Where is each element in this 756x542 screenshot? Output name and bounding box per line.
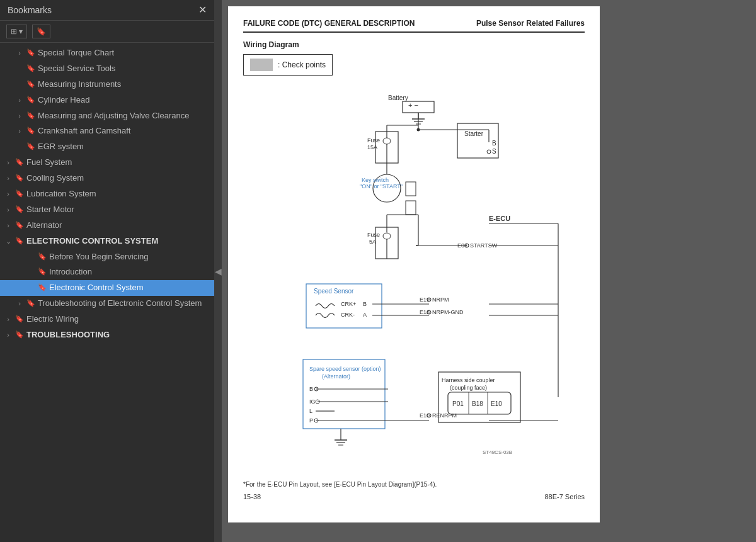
pdf-header-right: Pulse Sensor Related Failures	[476, 19, 585, 28]
sidebar-item-electric-wiring[interactable]: ›🔖Electric Wiring	[0, 312, 214, 327]
pdf-series: 88E-7 Series	[544, 493, 585, 500]
svg-text:15A: 15A	[367, 144, 377, 150]
close-button[interactable]: ✕	[198, 5, 207, 15]
collapse-handle[interactable]: ◀	[214, 0, 222, 542]
svg-text:RENRPM: RENRPM	[432, 412, 457, 419]
sidebar-item-special-torque-chart[interactable]: ›🔖Special Torque Chart	[0, 45, 214, 61]
expand-icon-lubrication-system[interactable]: ›	[3, 189, 14, 198]
sidebar-item-cooling-system[interactable]: ›🔖Cooling System	[0, 171, 214, 186]
svg-text:B: B	[363, 301, 367, 307]
bookmark-icon-alternator: 🔖	[14, 220, 25, 229]
svg-rect-29	[406, 182, 416, 196]
collapse-icon: ◀	[215, 266, 222, 276]
sidebar-item-special-service-tools[interactable]: 🔖Special Service Tools	[0, 61, 214, 77]
sidebar-item-label-special-torque-chart: Special Torque Chart	[37, 48, 209, 59]
sidebar-item-troubleshooting[interactable]: ›🔖TROUBLESHOOTING	[0, 327, 214, 343]
bookmark-icon-cooling-system: 🔖	[14, 173, 25, 182]
sidebar-item-troubleshooting-ecs[interactable]: ›🔖Troubleshooting of Electronic Control …	[0, 296, 214, 312]
sidebar-toolbar: ⊞ ▾ 🔖	[0, 21, 214, 43]
expand-icon-measuring-instruments	[14, 79, 25, 80]
sidebar-item-fuel-system[interactable]: ›🔖Fuel System	[0, 155, 214, 171]
sidebar-item-introduction[interactable]: 🔖Introduction	[0, 264, 214, 280]
bookmark-icon-electric-wiring: 🔖	[14, 314, 25, 323]
sidebar-item-before-you-begin[interactable]: 🔖Before You Begin Servicing	[0, 249, 214, 265]
sidebar-tree: ›🔖Special Torque Chart🔖Special Service T…	[0, 43, 214, 542]
bookmark-icon-cylinder-head: 🔖	[25, 95, 37, 104]
expand-icon-before-you-begin	[25, 252, 37, 252]
sidebar-item-label-cooling-system: Cooling System	[25, 173, 209, 184]
bookmark-icon-troubleshooting-ecs: 🔖	[25, 298, 37, 307]
expand-icon-alternator[interactable]: ›	[3, 220, 14, 230]
sidebar-item-measuring-adjusting[interactable]: ›🔖Measuring and Adjusting Valve Clearanc…	[0, 108, 214, 124]
expand-icon-troubleshooting[interactable]: ›	[3, 330, 14, 339]
svg-rect-30	[406, 201, 416, 215]
pdf-page-number: 15-38	[243, 493, 261, 500]
svg-text:+  −: + −	[408, 101, 418, 109]
sidebar: Bookmarks ✕ ⊞ ▾ 🔖 ›🔖Special Torque Chart…	[0, 0, 214, 542]
svg-text:Speed Sensor: Speed Sensor	[314, 288, 354, 295]
svg-text:Spare speed sensor (option): Spare speed sensor (option)	[309, 366, 381, 372]
toolbar-btn-2[interactable]: 🔖	[32, 25, 50, 38]
sidebar-item-label-alternator: Alternator	[25, 220, 209, 231]
sidebar-item-label-cylinder-head: Cylinder Head	[37, 95, 209, 106]
svg-text:P: P	[309, 417, 313, 424]
sidebar-item-alternator[interactable]: ›🔖Alternator	[0, 218, 214, 234]
expand-icon-cylinder-head[interactable]: ›	[14, 95, 25, 104]
bookmark-icon-electronic-control-system-group: 🔖	[14, 236, 25, 245]
svg-text:B: B	[309, 386, 313, 392]
sidebar-item-label-troubleshooting-ecs: Troubleshooting of Electronic Control Sy…	[37, 298, 209, 309]
expand-icon-measuring-adjusting[interactable]: ›	[14, 111, 25, 120]
sidebar-item-label-starter-motor: Starter Motor	[25, 205, 209, 215]
sidebar-item-measuring-instruments[interactable]: 🔖Measuring Instruments	[0, 77, 214, 93]
expand-icon-electric-wiring[interactable]: ›	[3, 314, 14, 324]
svg-text:L: L	[309, 408, 312, 414]
svg-text:Fuse: Fuse	[367, 232, 380, 238]
bookmark-icon-starter-motor: 🔖	[14, 205, 25, 213]
svg-text:Key switch: Key switch	[362, 177, 389, 183]
sidebar-item-label-electronic-control-system: Electronic Control System	[48, 283, 209, 293]
sidebar-item-label-crankshaft-camshaft: Crankshaft and Camshaft	[37, 126, 209, 137]
legend-gray-box	[250, 59, 273, 71]
svg-text:E-ECU: E-ECU	[489, 215, 510, 222]
expand-icon-fuel-system[interactable]: ›	[3, 157, 14, 167]
bookmark-icon-measuring-instruments: 🔖	[25, 79, 37, 88]
sidebar-item-lubrication-system[interactable]: ›🔖Lubrication System	[0, 186, 214, 202]
svg-text:ST48CS-03B: ST48CS-03B	[483, 449, 512, 455]
expand-icon-crankshaft-camshaft[interactable]: ›	[14, 126, 25, 135]
expand-icon-egr-system	[14, 142, 25, 142]
sidebar-item-label-measuring-instruments: Measuring Instruments	[37, 79, 209, 90]
sidebar-item-egr-system[interactable]: 🔖EGR system	[0, 139, 214, 155]
svg-text:B18: B18	[472, 400, 483, 407]
expand-icon-introduction	[25, 267, 37, 268]
sidebar-item-label-electronic-control-system-group: ELECTRONIC CONTROL SYSTEM	[25, 236, 209, 247]
svg-text:NRPM-GND: NRPM-GND	[432, 309, 464, 315]
bookmark-icon-troubleshooting: 🔖	[14, 330, 25, 339]
sidebar-item-electronic-control-system-group[interactable]: ⌄🔖ELECTRONIC CONTROL SYSTEM	[0, 234, 214, 249]
bookmark-icon-before-you-begin: 🔖	[37, 252, 48, 261]
expand-icon-troubleshooting-ecs[interactable]: ›	[14, 298, 25, 308]
sidebar-item-crankshaft-camshaft[interactable]: ›🔖Crankshaft and Camshaft	[0, 123, 214, 139]
bookmark-icon-special-torque-chart: 🔖	[25, 48, 37, 57]
svg-text:B: B	[492, 140, 496, 147]
sidebar-item-cylinder-head[interactable]: ›🔖Cylinder Head	[0, 93, 214, 108]
expand-icon-special-torque-chart[interactable]: ›	[14, 48, 25, 57]
svg-text:E10: E10	[420, 412, 430, 419]
sidebar-item-label-egr-system: EGR system	[37, 142, 209, 152]
pdf-header: FAILURE CODE (DTC) GENERAL DESCRIPTION P…	[243, 19, 585, 33]
main-content: FAILURE CODE (DTC) GENERAL DESCRIPTION P…	[222, 0, 756, 542]
svg-point-24	[417, 128, 420, 132]
expand-icon-starter-motor[interactable]: ›	[3, 205, 14, 214]
svg-text:NRPM: NRPM	[432, 296, 449, 303]
sidebar-item-label-measuring-adjusting: Measuring and Adjusting Valve Clearance	[37, 111, 209, 121]
expand-icon-electronic-control-system-group[interactable]: ⌄	[3, 236, 14, 246]
bookmark-icon-egr-system: 🔖	[25, 142, 37, 150]
svg-text:(Alternator): (Alternator)	[322, 373, 350, 380]
svg-point-33	[383, 233, 391, 239]
toolbar-btn-1[interactable]: ⊞ ▾	[6, 25, 27, 38]
pdf-footer: 15-38 88E-7 Series	[243, 493, 585, 500]
sidebar-item-electronic-control-system[interactable]: 🔖Electronic Control System	[0, 280, 214, 296]
bookmark-icon-fuel-system: 🔖	[14, 157, 25, 166]
expand-icon-cooling-system[interactable]: ›	[3, 173, 14, 183]
sidebar-item-starter-motor[interactable]: ›🔖Starter Motor	[0, 202, 214, 218]
expand-icon-electronic-control-system	[25, 283, 37, 283]
